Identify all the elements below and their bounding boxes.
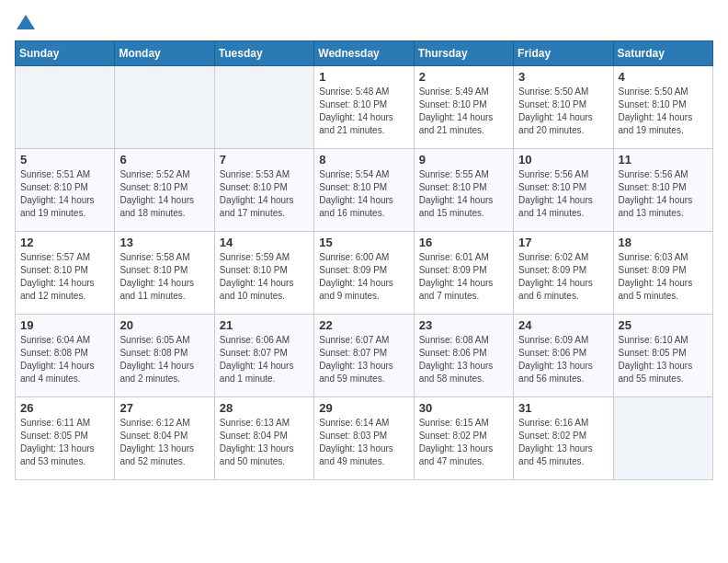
calendar-week-row: 12Sunrise: 5:57 AMSunset: 8:10 PMDayligh… xyxy=(16,232,713,315)
day-number: 21 xyxy=(220,318,309,332)
calendar-cell: 27Sunrise: 6:12 AMSunset: 8:04 PMDayligh… xyxy=(115,397,214,480)
day-number: 23 xyxy=(419,318,508,332)
day-number: 12 xyxy=(20,236,109,249)
day-info: Sunrise: 6:10 AMSunset: 8:05 PMDaylight:… xyxy=(619,334,708,385)
day-number: 11 xyxy=(619,153,708,167)
calendar-cell: 20Sunrise: 6:05 AMSunset: 8:08 PMDayligh… xyxy=(115,315,214,397)
calendar-cell: 30Sunrise: 6:15 AMSunset: 8:02 PMDayligh… xyxy=(414,397,513,480)
calendar-cell: 17Sunrise: 6:02 AMSunset: 8:09 PMDayligh… xyxy=(514,232,613,315)
weekday-header: Tuesday xyxy=(214,41,313,66)
day-number: 30 xyxy=(419,401,508,415)
calendar-cell: 14Sunrise: 5:59 AMSunset: 8:10 PMDayligh… xyxy=(214,232,313,315)
weekday-header: Friday xyxy=(514,41,613,66)
day-number: 14 xyxy=(220,236,309,249)
day-number: 13 xyxy=(119,236,209,249)
calendar-cell: 3Sunrise: 5:50 AMSunset: 8:10 PMDaylight… xyxy=(514,66,613,149)
day-info: Sunrise: 5:56 AMSunset: 8:10 PMDaylight:… xyxy=(518,168,608,220)
calendar-cell: 6Sunrise: 5:52 AMSunset: 8:10 PMDaylight… xyxy=(115,149,214,232)
calendar-cell: 2Sunrise: 5:49 AMSunset: 8:10 PMDaylight… xyxy=(414,66,513,149)
calendar-cell: 22Sunrise: 6:07 AMSunset: 8:07 PMDayligh… xyxy=(314,315,414,397)
calendar-cell: 13Sunrise: 5:58 AMSunset: 8:10 PMDayligh… xyxy=(115,232,214,315)
day-info: Sunrise: 5:48 AMSunset: 8:10 PMDaylight:… xyxy=(319,86,408,137)
calendar-header-row: SundayMondayTuesdayWednesdayThursdayFrid… xyxy=(16,41,713,66)
day-info: Sunrise: 5:49 AMSunset: 8:10 PMDaylight:… xyxy=(419,86,508,137)
calendar-cell: 23Sunrise: 6:08 AMSunset: 8:06 PMDayligh… xyxy=(414,315,513,397)
calendar-cell xyxy=(16,66,115,149)
day-info: Sunrise: 5:58 AMSunset: 8:10 PMDaylight:… xyxy=(119,251,209,303)
day-number: 26 xyxy=(20,401,109,415)
calendar-cell xyxy=(214,66,313,149)
day-info: Sunrise: 6:07 AMSunset: 8:07 PMDaylight:… xyxy=(319,334,408,385)
day-number: 31 xyxy=(518,401,608,415)
day-info: Sunrise: 5:56 AMSunset: 8:10 PMDaylight:… xyxy=(619,168,708,220)
calendar-table: SundayMondayTuesdayWednesdayThursdayFrid… xyxy=(15,40,713,480)
calendar-cell: 19Sunrise: 6:04 AMSunset: 8:08 PMDayligh… xyxy=(16,315,115,397)
calendar-cell: 21Sunrise: 6:06 AMSunset: 8:07 PMDayligh… xyxy=(214,315,313,397)
calendar-cell: 15Sunrise: 6:00 AMSunset: 8:09 PMDayligh… xyxy=(314,232,414,315)
calendar-cell: 31Sunrise: 6:16 AMSunset: 8:02 PMDayligh… xyxy=(514,397,613,480)
day-info: Sunrise: 5:55 AMSunset: 8:10 PMDaylight:… xyxy=(419,168,508,220)
calendar-week-row: 5Sunrise: 5:51 AMSunset: 8:10 PMDaylight… xyxy=(16,149,713,232)
day-info: Sunrise: 6:03 AMSunset: 8:09 PMDaylight:… xyxy=(619,251,708,303)
page-header xyxy=(15,15,713,29)
weekday-header: Monday xyxy=(115,41,214,66)
calendar-cell: 26Sunrise: 6:11 AMSunset: 8:05 PMDayligh… xyxy=(16,397,115,480)
day-info: Sunrise: 5:54 AMSunset: 8:10 PMDaylight:… xyxy=(319,168,408,220)
calendar-cell: 24Sunrise: 6:09 AMSunset: 8:06 PMDayligh… xyxy=(514,315,613,397)
logo xyxy=(15,15,35,29)
day-info: Sunrise: 6:16 AMSunset: 8:02 PMDaylight:… xyxy=(518,417,608,468)
day-number: 9 xyxy=(419,153,508,167)
day-number: 24 xyxy=(518,318,608,332)
calendar-cell: 9Sunrise: 5:55 AMSunset: 8:10 PMDaylight… xyxy=(414,149,513,232)
calendar-cell: 11Sunrise: 5:56 AMSunset: 8:10 PMDayligh… xyxy=(613,149,712,232)
calendar-cell xyxy=(613,397,712,480)
day-number: 25 xyxy=(619,318,708,332)
day-number: 17 xyxy=(518,236,608,249)
weekday-header: Sunday xyxy=(16,41,115,66)
day-info: Sunrise: 6:12 AMSunset: 8:04 PMDaylight:… xyxy=(119,417,209,468)
calendar-cell: 4Sunrise: 5:50 AMSunset: 8:10 PMDaylight… xyxy=(613,66,712,149)
calendar-cell: 18Sunrise: 6:03 AMSunset: 8:09 PMDayligh… xyxy=(613,232,712,315)
calendar-cell: 16Sunrise: 6:01 AMSunset: 8:09 PMDayligh… xyxy=(414,232,513,315)
day-info: Sunrise: 6:02 AMSunset: 8:09 PMDaylight:… xyxy=(518,251,608,303)
day-number: 4 xyxy=(619,70,708,84)
day-info: Sunrise: 5:59 AMSunset: 8:10 PMDaylight:… xyxy=(220,251,309,303)
logo-icon xyxy=(17,15,35,29)
day-info: Sunrise: 5:57 AMSunset: 8:10 PMDaylight:… xyxy=(20,251,109,303)
day-info: Sunrise: 6:15 AMSunset: 8:02 PMDaylight:… xyxy=(419,417,508,468)
calendar-cell: 5Sunrise: 5:51 AMSunset: 8:10 PMDaylight… xyxy=(16,149,115,232)
day-number: 1 xyxy=(319,70,408,84)
day-number: 16 xyxy=(419,236,508,249)
calendar-week-row: 26Sunrise: 6:11 AMSunset: 8:05 PMDayligh… xyxy=(16,397,713,480)
day-number: 27 xyxy=(119,401,209,415)
day-number: 7 xyxy=(220,153,309,167)
calendar-cell: 12Sunrise: 5:57 AMSunset: 8:10 PMDayligh… xyxy=(16,232,115,315)
day-info: Sunrise: 6:04 AMSunset: 8:08 PMDaylight:… xyxy=(20,334,109,385)
day-number: 18 xyxy=(619,236,708,249)
calendar-cell: 25Sunrise: 6:10 AMSunset: 8:05 PMDayligh… xyxy=(613,315,712,397)
calendar-cell xyxy=(115,66,214,149)
day-number: 29 xyxy=(319,401,408,415)
day-info: Sunrise: 6:05 AMSunset: 8:08 PMDaylight:… xyxy=(119,334,209,385)
day-info: Sunrise: 6:08 AMSunset: 8:06 PMDaylight:… xyxy=(419,334,508,385)
calendar-cell: 28Sunrise: 6:13 AMSunset: 8:04 PMDayligh… xyxy=(214,397,313,480)
day-info: Sunrise: 5:50 AMSunset: 8:10 PMDaylight:… xyxy=(518,86,608,137)
day-number: 19 xyxy=(20,318,109,332)
weekday-header: Wednesday xyxy=(314,41,414,66)
day-info: Sunrise: 6:09 AMSunset: 8:06 PMDaylight:… xyxy=(518,334,608,385)
calendar-cell: 1Sunrise: 5:48 AMSunset: 8:10 PMDaylight… xyxy=(314,66,414,149)
day-info: Sunrise: 6:13 AMSunset: 8:04 PMDaylight:… xyxy=(220,417,309,468)
day-number: 15 xyxy=(319,236,408,249)
day-number: 3 xyxy=(518,70,608,84)
day-info: Sunrise: 5:50 AMSunset: 8:10 PMDaylight:… xyxy=(619,86,708,137)
day-info: Sunrise: 6:11 AMSunset: 8:05 PMDaylight:… xyxy=(20,417,109,468)
calendar-cell: 29Sunrise: 6:14 AMSunset: 8:03 PMDayligh… xyxy=(314,397,414,480)
day-info: Sunrise: 6:14 AMSunset: 8:03 PMDaylight:… xyxy=(319,417,408,468)
day-info: Sunrise: 5:51 AMSunset: 8:10 PMDaylight:… xyxy=(20,168,109,220)
day-info: Sunrise: 5:53 AMSunset: 8:10 PMDaylight:… xyxy=(220,168,309,220)
day-number: 20 xyxy=(119,318,209,332)
day-info: Sunrise: 6:00 AMSunset: 8:09 PMDaylight:… xyxy=(319,251,408,303)
calendar-cell: 10Sunrise: 5:56 AMSunset: 8:10 PMDayligh… xyxy=(514,149,613,232)
calendar-week-row: 1Sunrise: 5:48 AMSunset: 8:10 PMDaylight… xyxy=(16,66,713,149)
day-number: 5 xyxy=(20,153,109,167)
